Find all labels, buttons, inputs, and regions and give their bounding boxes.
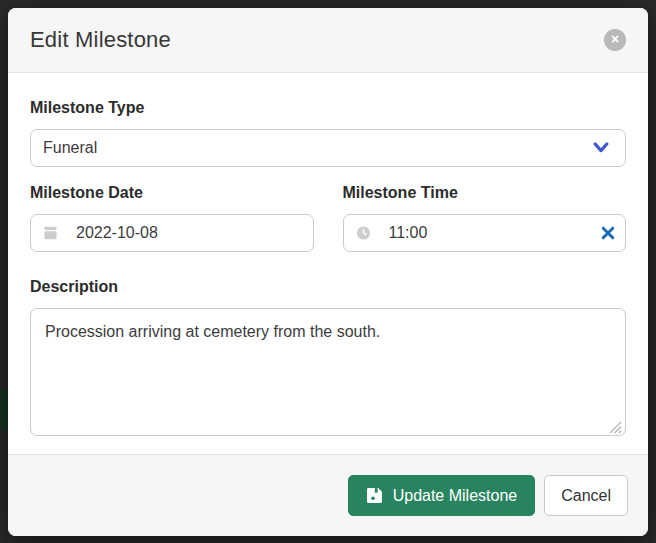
- cancel-button[interactable]: Cancel: [544, 475, 628, 516]
- backdrop-content-hint: [0, 388, 8, 430]
- modal-body: Milestone Type Funeral Milestone Date: [8, 73, 648, 454]
- description-label: Description: [30, 278, 626, 296]
- update-milestone-button[interactable]: Update Milestone: [348, 475, 536, 516]
- milestone-date-wrap: [30, 214, 314, 252]
- chevron-down-icon: [593, 142, 609, 154]
- modal-footer: Update Milestone Cancel: [8, 454, 648, 536]
- save-icon: [366, 487, 383, 504]
- milestone-type-label: Milestone Type: [30, 99, 626, 117]
- clear-time-button[interactable]: [598, 223, 618, 243]
- milestone-time-input[interactable]: [343, 214, 627, 252]
- update-milestone-label: Update Milestone: [393, 487, 518, 505]
- description-textarea[interactable]: Procession arriving at cemetery from the…: [30, 308, 626, 436]
- close-icon: ×: [611, 32, 619, 46]
- edit-milestone-modal: Edit Milestone × Milestone Type Funeral …: [8, 8, 648, 536]
- milestone-type-select[interactable]: Funeral: [30, 129, 626, 167]
- clear-x-icon: [601, 226, 615, 240]
- modal-header: Edit Milestone ×: [8, 8, 648, 73]
- milestone-time-group: Milestone Time: [343, 184, 627, 252]
- modal-title: Edit Milestone: [30, 27, 171, 53]
- milestone-date-input[interactable]: [30, 214, 314, 252]
- description-wrap: Procession arriving at cemetery from the…: [30, 308, 626, 440]
- cancel-label: Cancel: [561, 487, 611, 505]
- milestone-time-wrap: [343, 214, 627, 252]
- close-button[interactable]: ×: [604, 29, 626, 51]
- date-time-row: Milestone Date Milestone Time: [30, 184, 626, 252]
- milestone-type-value: Funeral: [43, 139, 97, 157]
- milestone-date-label: Milestone Date: [30, 184, 314, 202]
- milestone-date-group: Milestone Date: [30, 184, 314, 252]
- milestone-time-label: Milestone Time: [343, 184, 627, 202]
